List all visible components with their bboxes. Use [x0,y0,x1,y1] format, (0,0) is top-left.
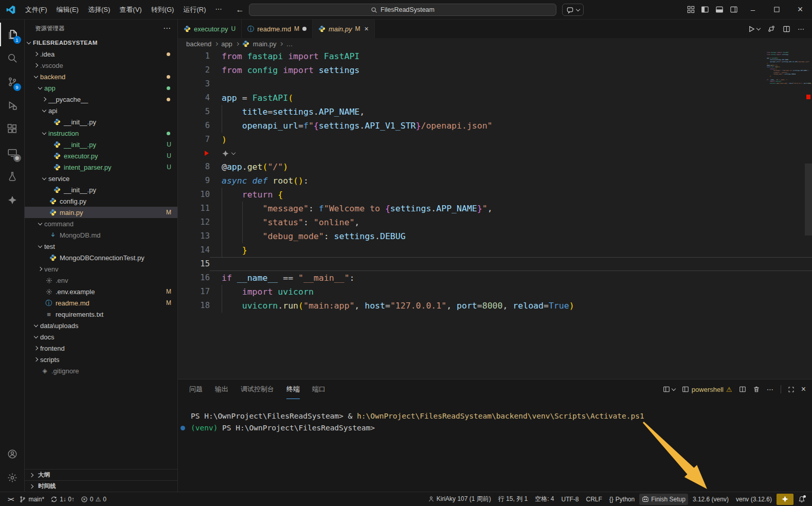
code-line-14[interactable]: 14 } [178,243,812,257]
open-changes-icon[interactable] [767,25,775,33]
activitybar-run-debug[interactable] [0,94,25,117]
sidebar-section-1[interactable]: 时间线 [25,480,177,492]
panel-tab-终端[interactable]: 终端 [286,380,300,399]
menu-item-0[interactable]: 文件(F) [21,3,52,16]
statusbar-finish-setup[interactable]: Finish Setup [639,494,688,505]
breadcrumb-item-app[interactable]: app [221,40,232,48]
code-line-15[interactable]: 15 [178,257,812,271]
tree-item-requirements.txt[interactable]: ≡requirements.txt [25,309,177,320]
tree-item-.env.example[interactable]: .env.exampleM [25,286,177,297]
code-line-5[interactable]: 5 title=settings.APP_NAME, [178,105,812,119]
tree-item-instruction[interactable]: instruction [25,128,177,139]
statusbar-problems[interactable]: 0 ⚠ 0 [78,494,109,505]
menu-item-4[interactable]: 转到(G) [147,3,179,16]
customize-layout-icon[interactable] [683,6,698,13]
tree-item-command[interactable]: command [25,218,177,229]
tree-item-docs[interactable]: docs [25,331,177,342]
activitybar-account[interactable] [0,442,25,466]
code-line-17[interactable]: 17 import uvicorn [178,285,812,299]
editor-tab-readme.md[interactable]: ⓘreadme.mdM [242,20,313,38]
tree-item-frontend[interactable]: frontend [25,342,177,354]
inline-ai-widget[interactable] [178,147,812,160]
tree-item-__pycache__[interactable]: __pycache__ [25,94,177,105]
editor-tab-executor.py[interactable]: executor.pyU [178,20,242,38]
toggle-sidebar-icon[interactable] [698,6,712,13]
split-editor-icon[interactable] [783,25,790,33]
tree-item-__init__.py[interactable]: __init__.pyU [25,139,177,150]
tree-item-readme.md[interactable]: ⓘreadme.mdM [25,297,177,309]
statusbar-language[interactable]: {}Python [607,494,637,505]
statusbar-cursor-position[interactable]: 行 15, 列 1 [496,494,530,505]
statusbar-indentation[interactable]: 空格: 4 [532,494,556,505]
back-arrow-icon[interactable]: ← [236,5,244,14]
statusbar-encoding[interactable]: UTF-8 [558,494,581,505]
code-line-4[interactable]: 4app = FastAPI( [178,91,812,105]
code-line-16[interactable]: 16if __name__ == "__main__": [178,271,812,285]
tree-item-venv[interactable]: venv [25,263,177,275]
close-tab-icon[interactable]: × [364,25,368,33]
terminal-output[interactable]: PS H:\OwnProject\FilesReadSysteam> & h:\… [178,399,812,434]
code-line-6[interactable]: 6 openapi_url=f"{settings.API_V1_STR}/op… [178,119,812,133]
code-line-11[interactable]: 11 "message": f"Welcome to {settings.APP… [178,202,812,215]
statusbar-sync[interactable]: 1↓ 0↑ [48,494,77,505]
statusbar-remote[interactable]: >< [5,494,15,505]
copilot-menu[interactable] [562,4,584,16]
tree-item-.vscode[interactable]: .vscode [25,60,177,71]
menu-item-2[interactable]: 选择(S) [83,3,115,16]
tree-item-__init__.py[interactable]: __init__.py [25,184,177,195]
activitybar-search[interactable] [0,46,25,70]
menu-item-1[interactable]: 编辑(E) [52,3,83,16]
close-panel-icon[interactable]: × [801,385,806,394]
editor-scrollbar[interactable] [805,164,812,236]
breadcrumb-symbols[interactable]: … [286,40,293,48]
activitybar-testing[interactable] [0,165,25,188]
tree-item-backend[interactable]: backend [25,71,177,82]
code-line-3[interactable]: 3 [178,77,812,91]
tree-item-.env[interactable]: .env [25,275,177,286]
terminal-more-actions-icon[interactable]: ⋯ [767,386,774,393]
breadcrumb-item-backend[interactable]: backend [186,40,211,48]
code-line-18[interactable]: 18 uvicorn.run("main:app", host="127.0.0… [178,299,812,313]
activitybar-settings[interactable] [0,466,25,490]
sidebar-section-0[interactable]: 大纲 [25,469,177,480]
code-editor[interactable]: 1from fastapi import FastAPI2from config… [178,49,812,379]
tree-item-intent_parser.py[interactable]: intent_parser.pyU [25,161,177,173]
code-line-12[interactable]: 12 "status": "online", [178,215,812,229]
tree-item-main.py[interactable]: main.pyM [25,207,177,218]
tree-item-__init__.py[interactable]: __init__.py [25,116,177,128]
panel-tab-问题[interactable]: 问题 [189,380,203,399]
menu-item-5[interactable]: 运行(R) [178,3,210,16]
editor-more-actions-icon[interactable]: ⋯ [798,25,805,33]
tree-item-datauploads[interactable]: data\uploads [25,320,177,331]
toggle-panel-icon[interactable] [712,6,727,13]
maximize-panel-icon[interactable] [788,386,795,393]
activitybar-explorer[interactable]: 1 [0,23,25,46]
toggle-secondary-sidebar-icon[interactable] [727,6,741,13]
close-button[interactable]: × [788,0,812,19]
run-python-file-icon[interactable] [748,25,760,33]
code-line-8[interactable]: 8@app.get("/") [178,160,812,174]
code-line-10[interactable]: 10 return { [178,188,812,202]
explorer-more-actions-icon[interactable]: ⋯ [163,24,171,33]
tree-item-config.py[interactable]: config.py [25,195,177,207]
statusbar-interpreter[interactable]: 3.12.6 (venv) [690,494,731,505]
minimap[interactable]: from fastapi import FastAPIfrom config i… [767,52,804,84]
code-line-7[interactable]: 7) [178,133,812,147]
menu-item-3[interactable]: 查看(V) [115,3,146,16]
tree-item-service[interactable]: service [25,173,177,184]
statusbar-eol[interactable]: CRLF [583,494,604,505]
tree-root[interactable]: FILESREADSYSTEAM [25,37,177,48]
terminal-launch-profile-icon[interactable] [663,386,675,393]
panel-tab-调试控制台[interactable]: 调试控制台 [241,380,274,399]
kill-terminal-icon[interactable] [753,386,760,393]
panel-tab-输出[interactable]: 输出 [215,380,228,399]
statusbar-ai-badge[interactable] [777,494,793,505]
terminal-tab-powershell[interactable]: powershell ⚠ [682,386,732,393]
tree-item-.idea[interactable]: .idea [25,48,177,60]
command-decoration-dot[interactable] [181,426,185,430]
menu-item-6[interactable]: ⋯ [210,3,226,16]
statusbar-notifications[interactable] [796,494,808,505]
activitybar-source-control[interactable]: 9 [0,70,25,94]
tree-item-MongoDB.md[interactable]: MongoDB.md [25,229,177,241]
minimize-button[interactable]: – [741,0,765,19]
